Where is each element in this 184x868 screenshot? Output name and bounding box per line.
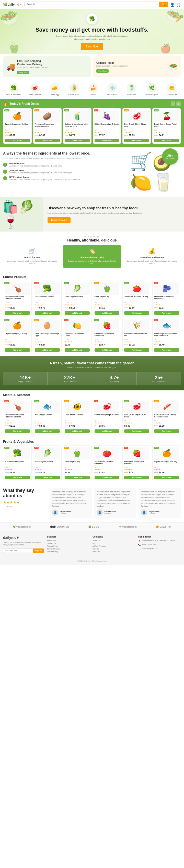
search-button[interactable]: 🔍 xyxy=(159,2,168,7)
check-icon: ✓ xyxy=(3,176,7,180)
footer-link[interactable]: Blog xyxy=(93,542,135,544)
add-to-cart-button[interactable]: Add to cart xyxy=(65,429,90,433)
product-card: New 🥩 Beef Chuck Angus Chuck Roast 1lb ★… xyxy=(123,399,151,435)
category-label: Condiments xyxy=(127,94,136,96)
category-item[interactable]: ❄️ Frozen Foods xyxy=(105,82,119,97)
new-price: $5.82 xyxy=(9,134,15,136)
add-to-cart-button[interactable]: Add to cart xyxy=(124,476,149,479)
add-to-cart-button[interactable]: Add to cart xyxy=(5,429,30,433)
add-to-cart-button[interactable]: Add to cart xyxy=(154,476,179,479)
product-card: Hot 🥦 Fresh Broccoli Sprouts 100g ★★★★☆ … xyxy=(33,281,61,316)
product-weight: 1lb xyxy=(95,467,120,468)
product-card: Sale 🥚 Great Value Cage Free Large Eggs … xyxy=(33,318,61,353)
add-to-cart-button[interactable]: Add to cart xyxy=(124,348,149,352)
add-to-cart-button[interactable]: Add to cart xyxy=(95,139,120,142)
discover-btn[interactable]: Discover More xyxy=(48,217,71,223)
product-badge: Sale xyxy=(154,400,159,402)
category-item[interactable]: 🥫 Canned Goods xyxy=(67,82,81,97)
add-to-cart-button[interactable]: Add to cart xyxy=(5,139,30,142)
category-item[interactable]: 🌿 Natural & Organic xyxy=(144,82,160,97)
logo[interactable]: 🌿 dailymd + xyxy=(3,3,22,6)
add-to-cart-button[interactable]: Add to cart xyxy=(65,476,90,479)
cart-icon[interactable]: 🛒 xyxy=(177,3,181,7)
footer-link[interactable]: Contact Us xyxy=(47,542,90,544)
category-icon: 🤲 xyxy=(167,83,177,93)
category-item[interactable]: 🥩 Meats & Seafood xyxy=(27,82,43,97)
add-to-cart-button[interactable]: Add to cart xyxy=(124,429,149,433)
add-to-cart-button[interactable]: Add to cart xyxy=(124,311,149,315)
footer-link[interactable]: Refund Policy xyxy=(47,551,90,553)
add-to-cart-button[interactable]: Add to cart xyxy=(65,348,90,352)
deals-next-btn[interactable]: › xyxy=(176,101,181,106)
footer-link[interactable]: Affiliate Program xyxy=(93,545,135,547)
footer-link[interactable]: Careers xyxy=(93,548,135,550)
footer-link[interactable]: Terms of Service xyxy=(47,548,90,550)
user-icon[interactable]: 👤 xyxy=(170,3,175,7)
footer-link[interactable]: Media Kit xyxy=(93,551,135,553)
add-to-cart-button[interactable]: Add to cart xyxy=(5,311,30,315)
new-price: $5.29 xyxy=(159,425,164,427)
footer-link[interactable]: Privacy Policy xyxy=(47,545,90,547)
add-to-cart-button[interactable]: Add to cart xyxy=(154,348,179,352)
product-name: Organic Oranges, 4 lb. Bag xyxy=(5,123,30,129)
product-image: 🥩 xyxy=(95,401,120,413)
add-to-cart-button[interactable]: Add to cart xyxy=(35,311,60,315)
add-to-cart-button[interactable]: Add to cart xyxy=(35,476,60,479)
add-to-cart-button[interactable]: Add to cart xyxy=(35,139,60,142)
shipping-btn[interactable]: Shop Now xyxy=(17,71,29,74)
product-card: Sale 🫑 Fresh Paprika Pig 1kg ★★★★★ $2.99… xyxy=(63,445,91,481)
add-to-cart-button[interactable]: Add to cart xyxy=(124,139,149,142)
add-to-cart-button[interactable]: Add to cart xyxy=(95,311,120,315)
add-to-cart-button[interactable]: Add to cart xyxy=(154,311,179,315)
footer-col: CompanyAbout UsBlogAffiliate ProgramCare… xyxy=(93,535,135,553)
add-to-cart-button[interactable]: Add to cart xyxy=(5,476,30,479)
search-input[interactable] xyxy=(25,2,159,7)
footer-link[interactable]: Help Center xyxy=(47,539,90,541)
add-to-cart-button[interactable]: Add to cart xyxy=(65,139,90,142)
category-item[interactable]: 🤲 Personal Care xyxy=(165,82,179,97)
how-card-icon: 🛒 xyxy=(6,248,58,255)
product-price: $2.79 xyxy=(65,343,90,346)
product-weight: 100g xyxy=(35,302,60,304)
how-cards: 🛒 Search for item Lorem ipsum dolor sit … xyxy=(3,245,181,268)
stat-item: 27K+ Orders Delivered xyxy=(48,372,92,385)
newsletter-btn[interactable]: Sign Up xyxy=(33,549,44,553)
always-fresh-media: 25+ Years Experience 🛒🥑🍋🥛 xyxy=(130,151,181,193)
new-price: $3.27 xyxy=(40,343,45,346)
product-badge: Sale xyxy=(124,110,129,112)
old-price: $4.98 xyxy=(35,134,38,136)
stats-banner: A fresh, natural flavor that comes from … xyxy=(0,356,184,391)
product-badge: Hot xyxy=(124,447,128,449)
category-item[interactable]: 🍰 Bakery xyxy=(86,82,100,97)
add-to-cart-button[interactable]: Add to cart xyxy=(35,348,60,352)
old-price: $4.48 xyxy=(124,344,128,345)
product-image: 🌾 xyxy=(124,319,149,332)
product-stars: ★★★★☆ xyxy=(95,131,120,133)
add-to-cart-button[interactable]: Add to cart xyxy=(154,139,179,142)
deals-prev-btn[interactable]: ‹ xyxy=(171,101,175,106)
fruits-grid: New 🥦 Fresh Brussels Sprout 100g ★★★★★ $… xyxy=(3,445,181,481)
footer-link[interactable]: About Us xyxy=(93,539,135,541)
organic-btn[interactable]: Shop Now xyxy=(96,69,109,73)
fresh-deals-title: Today's Fresh Deals xyxy=(9,102,39,105)
category-item[interactable]: 🥦 Fruits & Vegetables xyxy=(5,82,22,97)
footer-col: SupportHelp CenterContact UsPrivacy Poli… xyxy=(47,535,90,553)
add-to-cart-button[interactable]: Add to cart xyxy=(95,476,120,479)
product-price: $4.48 $3.72 xyxy=(124,343,149,346)
stat-item: 4.7+ App Rating xyxy=(92,372,137,385)
feature-title: Quality at value xyxy=(9,169,72,172)
product-card: Sale 🥓 Beef Sirloin Steak Family, Honey … xyxy=(152,399,181,435)
add-to-cart-button[interactable]: Add to cart xyxy=(35,429,60,433)
product-image: 🐟 xyxy=(154,319,179,332)
add-to-cart-button[interactable]: Add to cart xyxy=(65,311,90,315)
add-to-cart-button[interactable]: Add to cart xyxy=(154,429,179,433)
product-card: Hot 🥬 Fresh Organic Celery 1 Each ★★★★☆ … xyxy=(33,445,61,481)
category-item[interactable]: 🫙 Condiments xyxy=(125,82,139,97)
logo-icon: 🌿 xyxy=(3,3,7,6)
add-to-cart-button[interactable]: Add to cart xyxy=(5,348,30,352)
category-item[interactable]: 🧀 Dairy & Eggs xyxy=(48,82,62,97)
newsletter-input[interactable] xyxy=(3,549,33,553)
add-to-cart-button[interactable]: Add to cart xyxy=(95,348,120,352)
add-to-cart-button[interactable]: Add to cart xyxy=(95,429,120,433)
hero-cta-button[interactable]: Shop Now xyxy=(81,43,104,50)
